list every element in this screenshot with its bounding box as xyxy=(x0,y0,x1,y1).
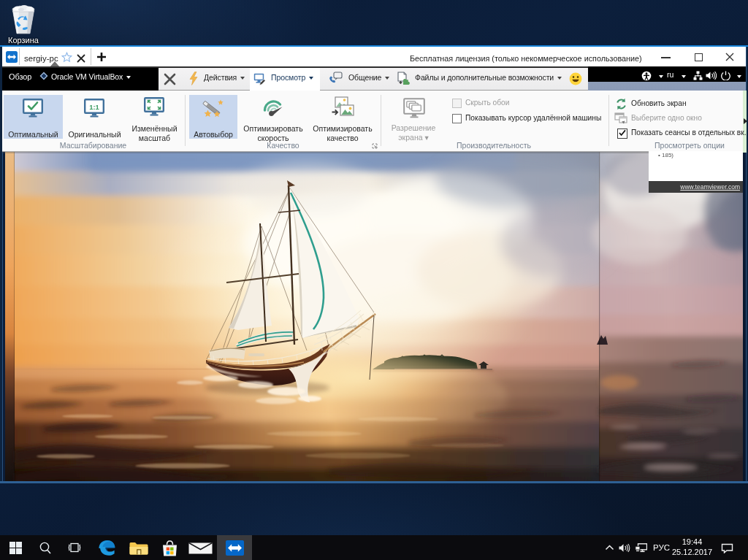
svg-text:1:1: 1:1 xyxy=(89,103,99,111)
